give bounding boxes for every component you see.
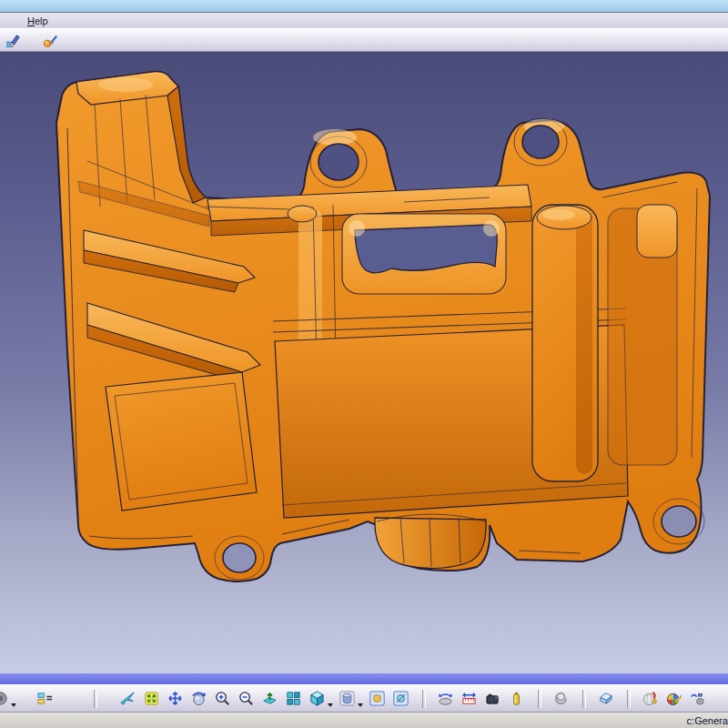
toolbar-separator xyxy=(538,690,541,708)
painter-glyph xyxy=(42,32,59,49)
hole-top-right xyxy=(522,126,559,158)
material-sphere-icon[interactable] xyxy=(664,689,683,708)
fly-mode-icon[interactable] xyxy=(118,689,137,708)
rotate-glyph xyxy=(190,690,207,707)
normal-view-glyph xyxy=(261,690,278,707)
iso-cube-glyph xyxy=(308,690,326,707)
status-bar: c:Generate xyxy=(0,713,728,728)
catia-window: { "menu_bar": { "items": [ { "label": "H… xyxy=(0,0,728,728)
zoom-out-icon[interactable] xyxy=(237,689,256,708)
dropdown-arrow[interactable] xyxy=(11,703,16,710)
multi-view-icon[interactable] xyxy=(284,689,303,708)
window-bottom-strip xyxy=(0,673,728,684)
clipped-glyph xyxy=(0,690,9,707)
shading-glyph xyxy=(369,690,386,707)
shading-view-icon[interactable] xyxy=(368,689,387,708)
toolbar-separator xyxy=(582,690,586,708)
eraser-glyph xyxy=(597,690,614,707)
datum-glyph xyxy=(36,690,54,707)
material-sphere-glyph xyxy=(665,690,682,707)
toolbar-separator xyxy=(422,690,426,708)
zoom-in-icon[interactable] xyxy=(213,689,232,708)
zoom-out-glyph xyxy=(238,690,255,707)
command-prompt-text: c:Generate xyxy=(687,715,728,726)
hole-bottom-left xyxy=(223,543,256,572)
fly-glyph xyxy=(119,690,136,707)
capture-icon[interactable] xyxy=(483,689,502,708)
viewport-3d[interactable] xyxy=(0,52,728,673)
toolbar-separator xyxy=(627,690,631,708)
turntable-glyph xyxy=(437,690,454,707)
dropdown-arrow[interactable] xyxy=(328,703,333,710)
multi-view-glyph xyxy=(285,690,302,707)
zoom-in-glyph xyxy=(214,690,231,707)
globe-tools-icon[interactable] xyxy=(641,689,660,708)
eraser-icon[interactable] xyxy=(596,689,615,708)
isometric-view-icon[interactable] xyxy=(308,689,327,708)
globe-glyph xyxy=(642,690,659,707)
pan-glyph xyxy=(167,690,184,707)
dropdown-arrow[interactable] xyxy=(358,703,363,710)
swirl-glyph xyxy=(552,690,570,707)
clipped-left-icon[interactable] xyxy=(0,689,10,708)
measure-icon[interactable] xyxy=(460,689,479,708)
model-3d-orange-housing[interactable] xyxy=(0,52,728,673)
measure-glyph xyxy=(460,690,478,707)
turntable-icon[interactable] xyxy=(436,689,455,708)
shading-edges-glyph xyxy=(392,690,410,707)
shading-edges-view-icon[interactable] xyxy=(391,689,410,708)
capture-glyph xyxy=(484,690,501,707)
battery-icon[interactable] xyxy=(507,689,526,708)
brush-glyph xyxy=(5,32,22,49)
graphic-properties-toolbar xyxy=(0,28,728,52)
painter-icon[interactable] xyxy=(41,31,60,50)
rotate-icon[interactable] xyxy=(189,689,208,708)
menu-help[interactable]: Help xyxy=(24,15,52,27)
fit-all-in-icon[interactable] xyxy=(142,689,161,708)
normal-view-icon[interactable] xyxy=(260,689,279,708)
swirl-icon[interactable] xyxy=(551,689,571,708)
toolbar-separator xyxy=(94,690,97,708)
hole-top-center xyxy=(318,144,359,180)
view-toolbar xyxy=(0,684,728,713)
menu-bar: Help xyxy=(0,12,728,28)
apply-material-brush-icon[interactable] xyxy=(4,31,23,50)
pan-icon[interactable] xyxy=(166,689,185,708)
hole-bottom-right xyxy=(662,506,696,537)
analysis-pair-icon[interactable] xyxy=(688,689,707,708)
render-style-glyph xyxy=(339,690,356,707)
render-style-icon[interactable] xyxy=(338,689,357,708)
fit-all-glyph xyxy=(143,690,160,707)
battery-glyph xyxy=(508,690,525,707)
analysis-pair-glyph xyxy=(689,690,706,707)
desktop-strip xyxy=(0,0,728,12)
datum-update-icon[interactable] xyxy=(35,689,55,708)
